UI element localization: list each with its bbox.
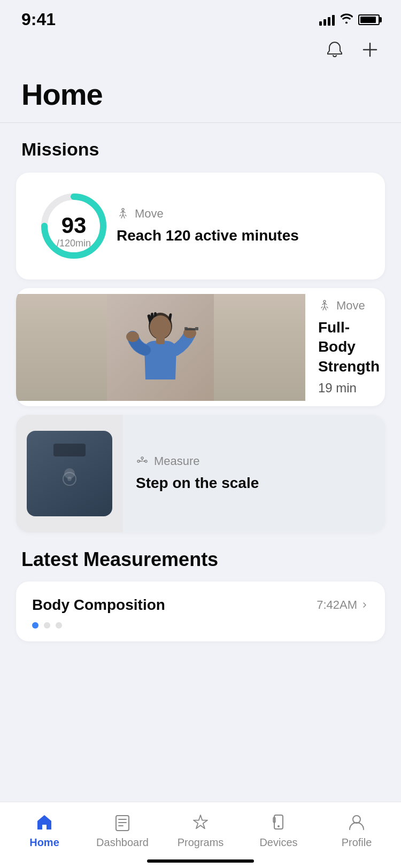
- nav-item-dashboard[interactable]: Dashboard: [83, 811, 161, 849]
- dashboard-icon: [111, 811, 134, 833]
- wifi-icon: [340, 13, 353, 27]
- active-minutes-title: Reach 120 active minutes: [117, 226, 365, 245]
- svg-point-28: [277, 825, 280, 827]
- battery-icon: [358, 14, 380, 25]
- page-title: Home: [21, 77, 380, 112]
- scale-title: Step on the scale: [136, 474, 380, 493]
- category-label-3: Measure: [154, 454, 200, 468]
- strength-duration: 19 min: [318, 381, 380, 396]
- scale-content: Measure Step on the scale: [123, 444, 385, 503]
- svg-point-19: [67, 477, 72, 481]
- profile-icon: [345, 811, 368, 833]
- fitness-svg: [107, 294, 214, 401]
- move-icon-2: [318, 299, 331, 312]
- bottom-nav: Home Dashboard Programs: [0, 802, 401, 868]
- nav-label-profile: Profile: [342, 836, 372, 849]
- body-composition-card[interactable]: Body Composition 7:42AM: [16, 582, 385, 641]
- ring-number: 93: [57, 214, 91, 237]
- measurement-time: 7:42AM: [317, 598, 369, 612]
- category-label-1: Move: [135, 207, 164, 221]
- title-divider: [0, 122, 401, 123]
- measure-icon: [136, 455, 149, 468]
- move-icon-1: [117, 207, 129, 220]
- action-bar: [0, 35, 401, 72]
- card-category-move-1: Move: [117, 207, 365, 221]
- home-indicator: [147, 859, 254, 863]
- progress-ring-container: 93 /120min: [31, 189, 117, 264]
- nav-item-profile[interactable]: Profile: [318, 811, 396, 849]
- svg-rect-13: [195, 327, 198, 330]
- svg-rect-23: [116, 816, 129, 831]
- strength-title: Full-Body Strength: [318, 318, 380, 376]
- fitness-person-image: [16, 294, 305, 401]
- svg-point-14: [126, 331, 139, 342]
- measurement-name: Body Composition: [32, 596, 165, 614]
- missions-section: Missions 93 /120min: [0, 139, 401, 532]
- scale-visual: [27, 431, 112, 516]
- full-body-strength-card[interactable]: Move Full-Body Strength 19 min: [16, 288, 385, 406]
- nav-label-programs: Programs: [178, 836, 224, 849]
- status-bar: 9:41: [0, 0, 401, 35]
- bell-icon: [325, 40, 344, 61]
- devices-icon: [267, 811, 290, 833]
- scale-image: [16, 415, 123, 532]
- nav-label-home: Home: [29, 836, 59, 849]
- measurement-time-value: 7:42AM: [317, 598, 357, 612]
- svg-point-2: [122, 208, 124, 211]
- ring-unit: /120min: [57, 238, 91, 249]
- dot-active: [32, 622, 38, 629]
- nav-item-devices[interactable]: Devices: [240, 811, 318, 849]
- programs-icon: [189, 811, 212, 833]
- chevron-right-icon: [360, 601, 369, 609]
- add-button[interactable]: [360, 40, 380, 61]
- nav-label-devices: Devices: [259, 836, 297, 849]
- nav-label-dashboard: Dashboard: [96, 836, 149, 849]
- measurements-title: Latest Measurements: [16, 548, 385, 571]
- measurements-section: Latest Measurements Body Composition 7:4…: [0, 543, 401, 641]
- notification-button[interactable]: [325, 40, 344, 61]
- nav-item-programs[interactable]: Programs: [161, 811, 240, 849]
- card-category-move-2: Move: [318, 299, 380, 313]
- active-minutes-card[interactable]: 93 /120min Move Reach 120 active minutes: [16, 173, 385, 280]
- measurement-header: Body Composition 7:42AM: [32, 596, 369, 614]
- signal-bars-icon: [319, 14, 335, 26]
- card-category-measure: Measure: [136, 454, 380, 468]
- category-label-2: Move: [336, 299, 365, 313]
- plus-icon: [360, 40, 380, 61]
- full-body-strength-content: Move Full-Body Strength 19 min: [305, 288, 385, 406]
- missions-title: Missions: [16, 139, 385, 160]
- status-time: 9:41: [21, 10, 56, 29]
- svg-point-30: [353, 816, 360, 823]
- measurement-dots: [32, 622, 369, 629]
- ring-text: 93 /120min: [57, 214, 91, 249]
- dot-3: [56, 622, 62, 629]
- nav-item-home[interactable]: Home: [5, 811, 83, 849]
- scale-display: [53, 444, 86, 456]
- step-on-scale-card[interactable]: Measure Step on the scale: [16, 415, 385, 532]
- page-title-section: Home: [0, 72, 401, 122]
- active-minutes-content: Move Reach 120 active minutes: [117, 196, 370, 256]
- dot-2: [44, 622, 50, 629]
- home-icon: [33, 811, 56, 833]
- svg-point-16: [150, 315, 171, 339]
- status-icons: [319, 13, 380, 27]
- svg-point-17: [323, 300, 326, 303]
- scale-center-icon: [61, 471, 78, 487]
